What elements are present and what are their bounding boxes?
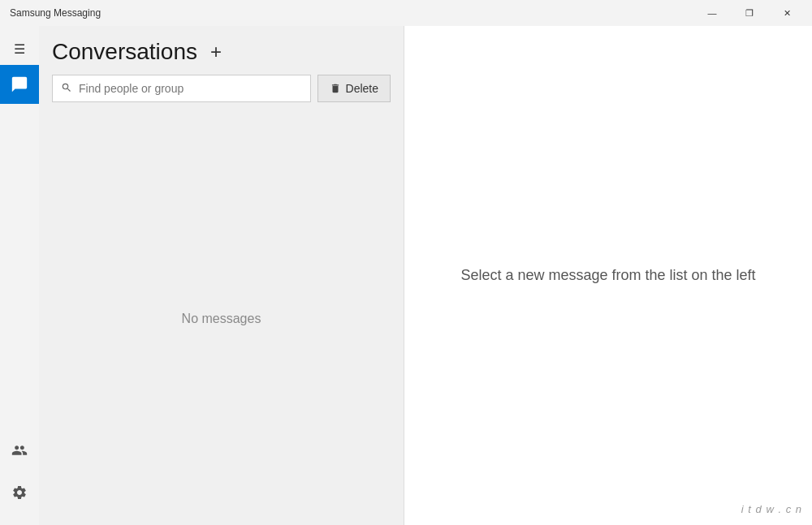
title-bar-left: Samsung Messaging bbox=[10, 7, 101, 19]
left-panel: Conversations + Delete No mess bbox=[39, 26, 404, 525]
settings-icon bbox=[11, 484, 28, 501]
title-bar: Samsung Messaging — ❐ ✕ bbox=[0, 0, 812, 26]
search-box bbox=[52, 75, 311, 102]
watermark: i t d w . c n bbox=[741, 503, 802, 515]
delete-icon bbox=[330, 83, 341, 94]
app-window: ☰ Conversations + bbox=[0, 26, 812, 525]
sidebar-item-conversations[interactable] bbox=[0, 65, 39, 104]
select-message-text: Select a new message from the list on th… bbox=[460, 267, 755, 284]
search-input[interactable] bbox=[79, 82, 302, 95]
contacts-icon bbox=[11, 442, 28, 458]
app-title: Samsung Messaging bbox=[10, 7, 101, 19]
delete-button[interactable]: Delete bbox=[317, 75, 391, 102]
left-panel-header: Conversations + bbox=[39, 26, 404, 75]
chat-icon bbox=[11, 75, 28, 93]
maximize-button[interactable]: ❐ bbox=[731, 0, 768, 26]
search-delete-row: Delete bbox=[39, 75, 404, 112]
minimize-button[interactable]: — bbox=[693, 0, 731, 26]
conversations-title-group: Conversations + bbox=[52, 39, 225, 65]
sidebar-bottom bbox=[0, 431, 39, 512]
delete-label: Delete bbox=[346, 82, 378, 95]
sidebar-item-settings[interactable] bbox=[0, 473, 39, 512]
hamburger-icon: ☰ bbox=[14, 41, 25, 57]
no-messages-area: No messages bbox=[39, 112, 404, 525]
title-bar-controls: — ❐ ✕ bbox=[693, 0, 806, 26]
hamburger-button[interactable]: ☰ bbox=[0, 32, 39, 65]
no-messages-text: No messages bbox=[182, 312, 261, 326]
sidebar-item-contacts[interactable] bbox=[0, 431, 39, 470]
conversations-title: Conversations bbox=[52, 39, 197, 65]
right-panel: Select a new message from the list on th… bbox=[404, 26, 812, 525]
close-button[interactable]: ✕ bbox=[768, 0, 806, 26]
icon-sidebar: ☰ bbox=[0, 26, 39, 525]
search-icon bbox=[61, 82, 72, 96]
new-conversation-button[interactable]: + bbox=[207, 42, 225, 62]
